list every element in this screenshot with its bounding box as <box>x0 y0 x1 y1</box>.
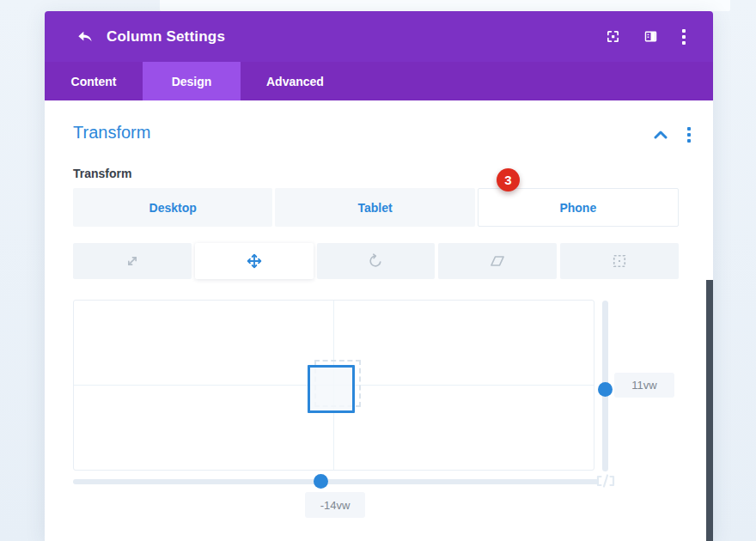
translate-y-value: 11vw <box>614 373 674 398</box>
transform-canvas[interactable] <box>73 300 594 471</box>
move-icon <box>246 252 263 270</box>
section-controls <box>653 125 692 144</box>
kebab-icon <box>682 29 686 33</box>
split-view-icon <box>643 29 658 44</box>
column-settings-modal: Column Settings <box>45 11 713 541</box>
vertical-slider-handle[interactable] <box>598 382 613 397</box>
rotate-tool-button[interactable] <box>317 243 436 279</box>
skew-icon <box>489 252 506 270</box>
page-behind-modal <box>160 0 730 11</box>
translate-tool-button[interactable] <box>195 243 314 279</box>
focus-expand-button[interactable] <box>605 29 620 45</box>
code-icon <box>595 474 616 488</box>
modal-scrollbar[interactable] <box>706 280 713 541</box>
settings-tabbar: Content Design Advanced <box>45 62 713 100</box>
transformed-element-square[interactable] <box>308 365 355 413</box>
manual-input-toggle[interactable] <box>595 474 616 488</box>
section-menu-button[interactable] <box>686 125 692 144</box>
header-menu-button[interactable] <box>680 27 687 46</box>
skew-tool-button[interactable] <box>438 243 557 279</box>
tab-advanced[interactable]: Advanced <box>241 62 350 100</box>
scale-tool-button[interactable] <box>73 243 192 279</box>
screen: Column Settings <box>0 0 756 541</box>
step-badge: 3 <box>497 168 520 191</box>
modal-header: Column Settings <box>45 11 713 62</box>
device-tab-tablet[interactable]: Tablet <box>275 188 474 227</box>
tab-design[interactable]: Design <box>143 62 241 100</box>
origin-tool-button[interactable] <box>560 243 679 279</box>
back-icon <box>76 28 94 46</box>
horizontal-slider-handle[interactable] <box>314 474 328 489</box>
device-tabs: Desktop Tablet Phone <box>73 188 679 227</box>
focus-expand-icon <box>606 29 620 44</box>
collapse-chevron-icon <box>653 129 668 141</box>
horizontal-slider-track[interactable] <box>73 479 599 484</box>
device-tab-phone[interactable]: Phone <box>478 188 679 227</box>
translate-x-value: -14vw <box>305 492 365 518</box>
transform-field-label: Transform <box>73 167 131 180</box>
section-menu-icon <box>687 127 691 131</box>
transform-tool-row <box>73 243 679 279</box>
modal-title: Column Settings <box>107 28 225 46</box>
origin-icon <box>611 252 628 270</box>
split-view-button[interactable] <box>643 29 658 45</box>
header-actions <box>605 27 687 46</box>
collapse-section-button[interactable] <box>653 129 668 141</box>
rotate-icon <box>367 252 384 270</box>
back-button[interactable] <box>76 28 94 46</box>
section-title[interactable]: Transform <box>73 123 150 143</box>
tab-content[interactable]: Content <box>45 62 143 100</box>
scale-icon <box>124 252 141 270</box>
device-tab-desktop[interactable]: Desktop <box>73 188 272 227</box>
